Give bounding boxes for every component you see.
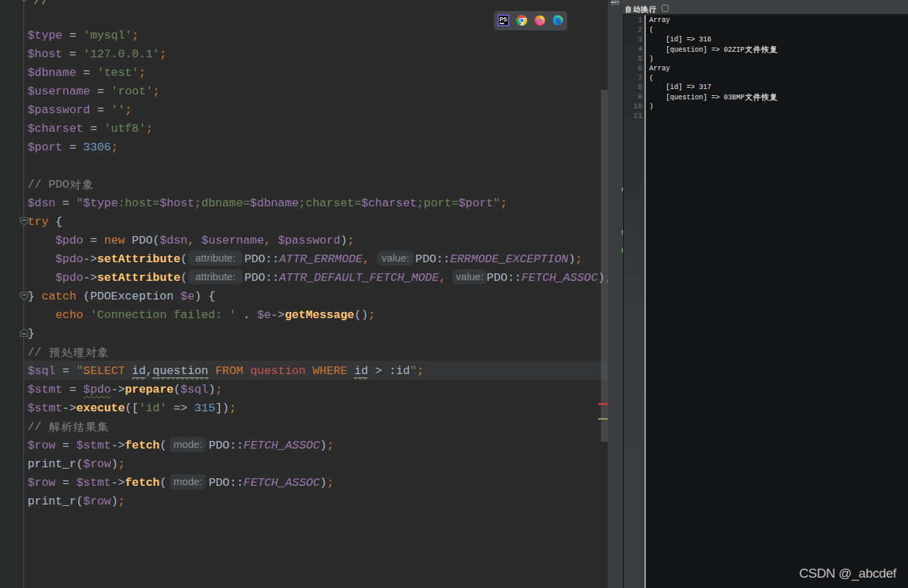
svg-text:PS: PS — [500, 17, 507, 23]
